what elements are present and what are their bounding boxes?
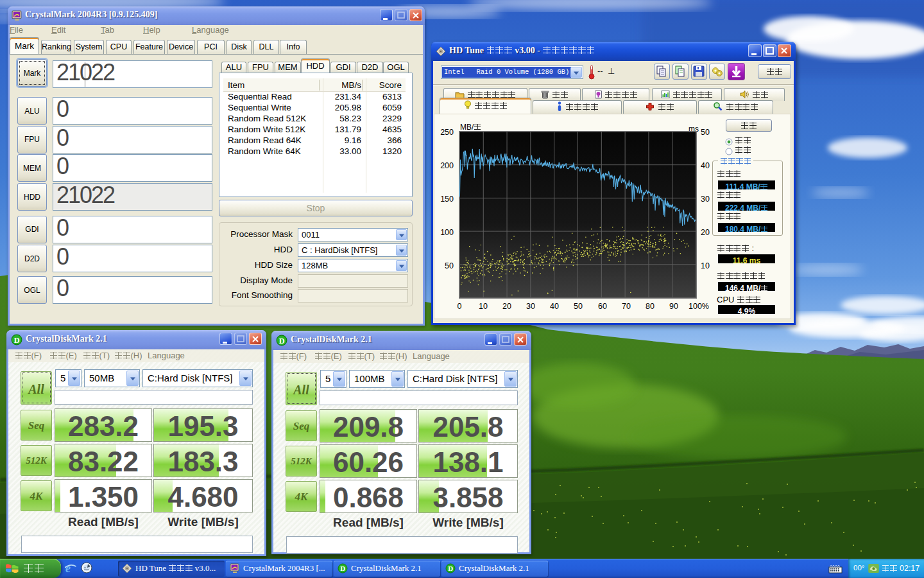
svg-text:D: D xyxy=(279,337,285,346)
svg-text:D: D xyxy=(340,565,345,572)
svg-text:D: D xyxy=(14,336,20,345)
svg-text:D: D xyxy=(448,565,453,572)
svg-text:e: e xyxy=(65,563,71,574)
